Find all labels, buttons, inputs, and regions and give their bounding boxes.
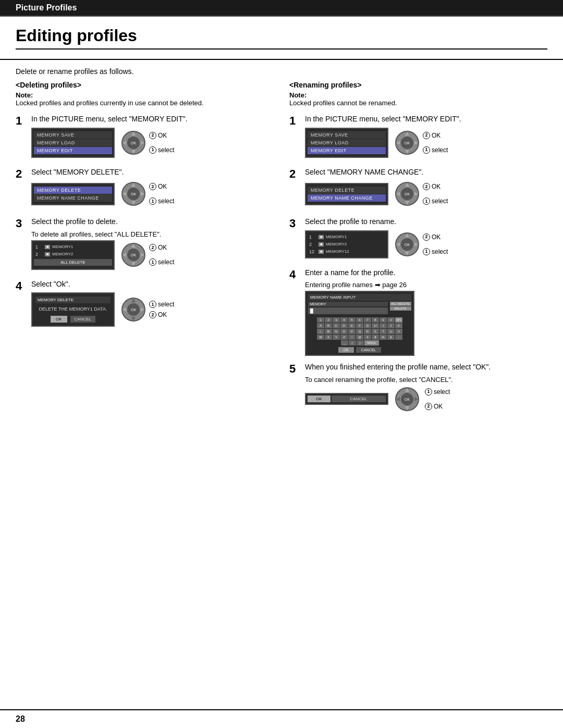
renaming-note-text: Locked profiles cannot be renamed.: [289, 99, 547, 107]
section-header: Picture Profiles: [0, 0, 563, 17]
left-step-3: 3 Select the profile to delete. To delet…: [16, 217, 274, 273]
ni-field: █: [308, 307, 388, 314]
dial-label-select: 1 select: [423, 198, 448, 205]
delete-btn[interactable]: DELETE: [390, 306, 411, 311]
dial-icon: OK: [394, 231, 421, 258]
confirm-cancel-btn[interactable]: CANCEL: [70, 316, 95, 323]
right-step-1-text: In the PICTURE menu, select "MEMORY EDIT…: [305, 114, 547, 125]
ni-field-label: MEMORY: [308, 302, 388, 306]
keyboard: 1234567890SPC ABCDEFGHIJK LMNOPQRSTUV WX…: [308, 317, 411, 346]
step-number: 2: [289, 168, 301, 180]
left-step-4: 4 Select "Ok". MEMORY DELETE DELETE THE …: [16, 279, 274, 330]
dial-label-ok: 2 OK: [149, 132, 174, 139]
step-number: 4: [16, 280, 27, 292]
ni-top-row: MEMORY █ ALL DELETE DELETE: [308, 302, 411, 316]
menu-item: MEMORY DELETE: [308, 187, 386, 194]
cancel-bar-btn[interactable]: CANCEL: [332, 396, 386, 402]
step-number: 2: [16, 168, 27, 180]
dial-labels: 2 OK 1 select: [149, 132, 174, 154]
step-4-screen-dial: MEMORY DELETE DELETE THE MEMORY1 DATA. O…: [31, 292, 274, 327]
menu-item: MEMORY SAVE: [34, 131, 112, 139]
step-1-screen-dial: MEMORY SAVE MEMORY LOAD MEMORY EDIT OK: [31, 128, 274, 158]
right-step-3-text: Select the profile to rename.: [305, 217, 547, 227]
step4-h-labels: 1 select 2 OK: [149, 301, 174, 318]
menu-screen: MEMORY DELETE MEMORY NAME CHANGE: [31, 183, 115, 205]
right-step-4-subtext: Entering profile names ➡ page 26: [305, 281, 547, 289]
page-number: 28: [16, 714, 25, 724]
dial-label-ok: 2 OK: [149, 244, 174, 251]
right-step-2-screen: MEMORY DELETE MEMORY NAME CHANGE OK: [305, 180, 547, 207]
step-2-screen-dial: MEMORY DELETE MEMORY NAME CHANGE OK: [31, 180, 274, 207]
page-title: Editing profiles: [16, 26, 547, 50]
dial-and-labels: OK 2 OK 1: [394, 129, 448, 156]
menu-item: MEMORY NAME CHANGE: [34, 194, 112, 202]
svg-text:OK: OK: [131, 253, 136, 257]
ni-action-btns: ALL DELETE DELETE: [390, 302, 411, 316]
intro-text: Delete or rename profiles as follows.: [0, 67, 563, 81]
key-row: 1234567890SPC: [308, 317, 411, 323]
menu-screen: MEMORY DELETE MEMORY NAME CHANGE: [305, 183, 388, 205]
dial-icon: OK: [120, 296, 147, 323]
renaming-note-label: Note:: [289, 91, 547, 99]
section-title: Picture Profiles: [16, 3, 77, 12]
svg-text:OK: OK: [131, 192, 136, 196]
step4-dial-wrap: OK 1 select: [120, 296, 174, 323]
dial-icon: OK: [394, 386, 421, 413]
ok-cancel-bar: OK CANCEL: [305, 393, 388, 405]
dial-labels: 2 OK 1 select: [423, 233, 448, 255]
step-2-text: Select "MEMORY DELETE".: [31, 167, 274, 178]
right-step-1-content: In the PICTURE menu, select "MEMORY EDIT…: [305, 114, 547, 161]
step4-dial-h: OK 1 select: [120, 296, 174, 323]
ni-ok-btn[interactable]: OK: [338, 347, 354, 353]
right-step-5-content: When you finished entering the profile n…: [305, 362, 547, 416]
right-step-1: 1 In the PICTURE menu, select "MEMORY ED…: [289, 114, 547, 161]
menu-item: MEMORY SAVE: [308, 131, 386, 139]
right-step-5: 5 When you finished entering the profile…: [289, 362, 547, 416]
all-delete-btn[interactable]: ALL DELETE: [390, 302, 411, 306]
ni-cancel-btn[interactable]: CANCEL: [356, 347, 381, 353]
dial-icon: OK: [120, 241, 147, 268]
right-step-1-screen: MEMORY SAVE MEMORY LOAD MEMORY EDIT OK: [305, 128, 547, 158]
dial-label-select: 1 select: [149, 301, 174, 308]
right-step-2-content: Select "MEMORY NAME CHANGE". MEMORY DELE…: [305, 167, 547, 211]
menu-item: MEMORY LOAD: [34, 139, 112, 146]
svg-text:OK: OK: [405, 141, 410, 145]
dial-label-select: 1 select: [423, 146, 448, 154]
dial-and-labels: OK 2 OK: [120, 129, 174, 156]
key-row: ABCDEFGHIJK: [308, 323, 411, 328]
right-step-3-screen: 1 ■ MEMORY1 2 ■ MEMORY2 12 ■ MEMORY1: [305, 230, 547, 258]
right-step-2-text: Select "MEMORY NAME CHANGE".: [305, 167, 547, 178]
dial-label-select: 1 select: [149, 146, 174, 154]
confirm-title: MEMORY DELETE: [35, 297, 111, 303]
ni-bottom-buttons: OK CANCEL: [308, 347, 411, 353]
step-1-content: In the PICTURE menu, select "MEMORY EDIT…: [31, 114, 274, 161]
menu-item-highlighted: MEMORY EDIT: [308, 147, 386, 154]
left-step-1: 1 In the PICTURE menu, select "MEMORY ED…: [16, 114, 274, 161]
renaming-section-title: <Renaming profiles>: [289, 81, 547, 89]
mem-item: 2 ■ MEMORY2: [32, 251, 114, 258]
dial-icon: OK: [394, 129, 421, 156]
right-step-4-text: Enter a name for the profile.: [305, 268, 547, 278]
svg-text:OK: OK: [131, 308, 136, 312]
confirm-ok-btn[interactable]: OK: [51, 316, 67, 323]
step-3-content: Select the profile to delete. To delete …: [31, 217, 274, 273]
dial-labels: 2 OK 1 select: [149, 244, 174, 266]
menu-screen: MEMORY SAVE MEMORY LOAD MEMORY EDIT: [31, 128, 115, 158]
ok-bar-btn[interactable]: OK: [308, 396, 331, 402]
deleting-note-label: Note:: [16, 91, 274, 99]
page-title-area: Editing profiles: [0, 17, 563, 60]
confirm-screen: MEMORY DELETE DELETE THE MEMORY1 DATA. O…: [31, 292, 115, 327]
mem-item: 1 ■ MEMORY1: [32, 243, 114, 251]
right-step-2: 2 Select "MEMORY NAME CHANGE". MEMORY DE…: [289, 167, 547, 211]
step-3-screen-dial: 1 ■ MEMORY1 2 ■ MEMORY2 ALL DELETE: [31, 240, 274, 270]
dial-label-select: 1 select: [149, 198, 174, 205]
step-3-subtext: To delete all profiles, select "ALL DELE…: [31, 230, 274, 238]
right-step-4-content: Enter a name for the profile. Entering p…: [305, 268, 547, 356]
deleting-col: <Deleting profiles> Note: Locked profile…: [16, 81, 274, 422]
svg-text:OK: OK: [405, 243, 410, 246]
mem-item: 12 ■ MEMORY12: [306, 248, 387, 255]
menu-item-highlighted: MEMORY EDIT: [34, 147, 112, 154]
step-number: 3: [289, 218, 301, 229]
deleting-note-text: Locked profiles and profiles currently i…: [16, 99, 274, 107]
key-row: WXYZ!@#$%&-: [308, 335, 411, 340]
